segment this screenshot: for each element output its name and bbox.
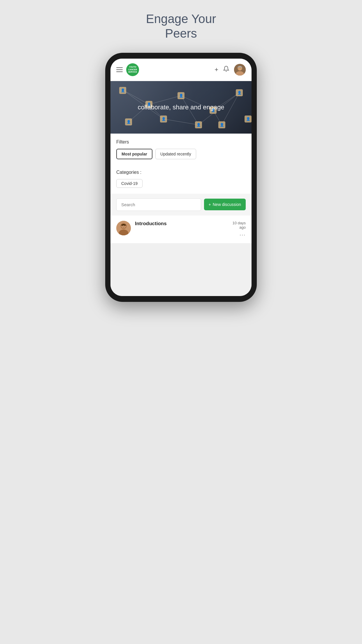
svg-text:👤: 👤 — [161, 117, 166, 121]
svg-text:👤: 👤 — [126, 120, 131, 124]
hero-tagline: collaborate, share and engage — [138, 104, 224, 111]
svg-text:👤: 👤 — [246, 117, 250, 121]
svg-point-42 — [122, 225, 123, 226]
discussion-content: Introductions — [135, 221, 228, 227]
svg-text:👤: 👤 — [121, 88, 125, 92]
menu-icon[interactable] — [116, 67, 123, 72]
categories-section: Categories : Covid-19 — [110, 165, 252, 194]
hero-banner: 👤 👤 👤 👤 👤 — [110, 81, 252, 134]
empty-content-area — [110, 244, 252, 296]
filter-updated-recently[interactable]: Updated recently — [155, 149, 196, 159]
new-discussion-button[interactable]: + New discussion — [204, 199, 246, 210]
search-input[interactable] — [116, 198, 201, 211]
logo-text: YOUTHCANCERSERVICE — [128, 66, 137, 73]
filter-most-popular[interactable]: Most popular — [116, 149, 152, 159]
svg-line-11 — [164, 119, 198, 125]
table-row[interactable]: Introductions 10 days ago ··· — [110, 216, 252, 244]
bell-icon[interactable] — [223, 66, 229, 74]
svg-point-43 — [124, 225, 125, 226]
svg-point-5 — [240, 68, 241, 68]
plus-icon-btn: + — [209, 202, 211, 207]
filter-buttons: Most popular Updated recently — [116, 149, 246, 159]
svg-line-16 — [222, 93, 239, 125]
nav-left: YOUTHCANCERSERVICE — [116, 63, 139, 76]
discussion-time: 10 days ago — [232, 221, 246, 230]
discussion-meta: 10 days ago ··· — [232, 221, 246, 238]
svg-text:👤: 👤 — [237, 90, 242, 95]
avatar — [116, 221, 131, 235]
category-covid[interactable]: Covid-19 — [116, 179, 143, 188]
svg-point-4 — [239, 68, 239, 68]
phone-screen: YOUTHCANCERSERVICE + — [110, 59, 252, 296]
phone-mockup: YOUTHCANCERSERVICE + — [105, 53, 257, 302]
page-title: Engage Your Peers — [146, 12, 216, 41]
new-discussion-label: New discussion — [213, 202, 241, 207]
nav-right: + — [215, 64, 246, 76]
add-icon[interactable]: + — [215, 66, 218, 74]
svg-text:👤: 👤 — [196, 123, 201, 127]
logo[interactable]: YOUTHCANCERSERVICE — [126, 63, 139, 76]
categories-title: Categories : — [116, 170, 246, 175]
svg-text:👤: 👤 — [220, 123, 224, 127]
action-row: + New discussion — [110, 194, 252, 216]
svg-line-6 — [123, 90, 149, 104]
nav-bar: YOUTHCANCERSERVICE + — [110, 59, 252, 81]
filters-title: Filters — [116, 139, 246, 145]
discussion-title: Introductions — [135, 221, 228, 227]
more-options-icon[interactable]: ··· — [240, 232, 246, 238]
svg-line-7 — [149, 96, 181, 104]
svg-text:👤: 👤 — [179, 93, 183, 98]
discussion-list: Introductions 10 days ago ··· — [110, 216, 252, 244]
filters-section: Filters Most popular Updated recently — [110, 134, 252, 165]
user-avatar[interactable] — [234, 64, 246, 76]
